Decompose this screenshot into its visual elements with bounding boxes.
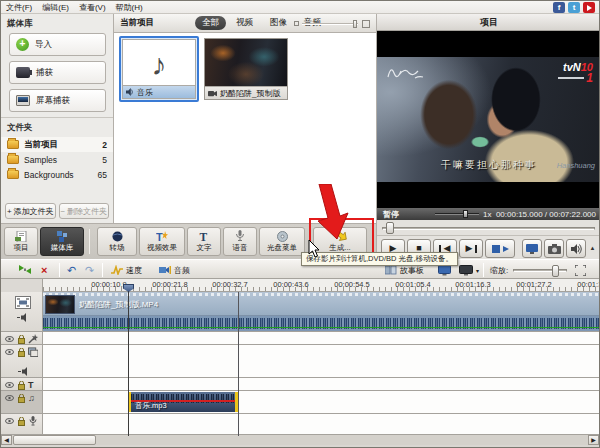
effects-track-area[interactable] [43, 332, 599, 344]
volume-button[interactable] [566, 239, 586, 258]
project-icon [5, 230, 37, 242]
eye-icon[interactable] [4, 347, 14, 357]
redo-button[interactable]: ↷ [85, 263, 94, 277]
speed-button[interactable]: 速度 [111, 263, 142, 277]
folder-name: 当前项目 [24, 139, 97, 151]
tab-video-effects[interactable]: T 视频效果 [139, 227, 185, 256]
volume-envelope-line[interactable] [43, 327, 599, 328]
text-track-header: T [1, 378, 43, 390]
voice-track-area[interactable] [43, 414, 599, 434]
lock-icon[interactable] [16, 334, 26, 344]
music-note-icon: ♪ [123, 48, 195, 82]
eye-icon[interactable] [4, 334, 14, 344]
track-video-overlay [1, 345, 599, 378]
scrollbar-thumb[interactable] [13, 435, 96, 445]
film-icon [15, 296, 31, 309]
undo-button[interactable]: ↶ [67, 263, 76, 277]
video-clip[interactable]: 奶酪陷阱_预制版.MP4 [43, 292, 599, 331]
preview-screen[interactable]: tvN10 1 干嘛要担心那种事 Hanshuang [377, 31, 600, 208]
facebook-icon[interactable]: f [553, 2, 565, 13]
produce-tooltip: 保存影片到计算机,DVD/BD 光盘,移动设备。 [301, 252, 458, 266]
screen-capture-button[interactable]: 屏幕捕获 [9, 89, 106, 112]
speed-slider-handle[interactable] [463, 210, 468, 218]
transitions-icon [98, 230, 136, 242]
split-button[interactable] [485, 239, 515, 258]
effects-track-header [1, 332, 43, 344]
lock-icon[interactable] [16, 380, 26, 390]
tab-all[interactable]: 全部 [195, 16, 226, 30]
scroll-right-button[interactable]: ▶ [588, 435, 599, 445]
menu-help[interactable]: 帮助(H) [116, 2, 143, 13]
tab-label: 生成... [329, 243, 350, 252]
thumbnail-size-slider[interactable] [294, 20, 370, 28]
timeline-ruler[interactable]: 00:00:10.9 00:00:21.8 00:00:32.7 00:00:4… [1, 279, 599, 292]
minus-icon: − [60, 207, 65, 216]
youtube-icon[interactable] [583, 2, 595, 13]
eye-icon[interactable] [4, 416, 14, 426]
playback-status-bar: 暂停 1x 00:00:15.000 / 00:07:22.000 [377, 208, 600, 220]
drama-logo [385, 63, 427, 83]
menu-file[interactable]: 文件(F) [6, 2, 32, 13]
eye-icon[interactable] [4, 380, 14, 390]
plus-icon: + [7, 207, 12, 216]
lock-icon[interactable] [16, 347, 26, 357]
zoom-slider-handle[interactable] [552, 265, 559, 277]
fullscreen-button[interactable] [522, 239, 542, 258]
effect-wand-icon [28, 334, 38, 344]
scroll-left-button[interactable]: ◀ [1, 435, 12, 445]
seek-track[interactable] [382, 227, 595, 230]
tab-voice[interactable]: 语音 [223, 227, 257, 256]
speaker-icon [571, 244, 582, 254]
media-item-video[interactable]: 奶酪陷阱_预制版 [204, 38, 288, 100]
text-track-area[interactable] [43, 378, 599, 390]
monitor-select-button[interactable]: ▾ [459, 263, 479, 277]
ruler-tick: 00:00:54.5 [334, 280, 369, 289]
overlay-track-area[interactable] [43, 345, 599, 377]
timeline-zoom-slider[interactable] [513, 269, 567, 272]
music-clip[interactable]: 音乐.mp3 [128, 392, 238, 412]
twitter-icon[interactable]: t [568, 2, 580, 13]
delete-button[interactable]: × [41, 263, 47, 277]
size-slider-handle[interactable] [353, 20, 357, 28]
folder-current-project[interactable]: 当前项目 2 [1, 137, 113, 152]
folder-backgrounds[interactable]: Backgrounds 65 [1, 167, 113, 182]
merge-scenes-button[interactable] [19, 263, 31, 277]
audio-label: 音频 [174, 265, 190, 276]
timeline-horizontal-scrollbar[interactable]: ◀ ▶ [1, 434, 599, 445]
seek-handle[interactable] [386, 222, 394, 234]
more-options-button[interactable]: ▲ [588, 239, 597, 258]
lock-icon[interactable] [16, 416, 26, 426]
import-button[interactable]: + 导入 [9, 33, 106, 56]
preview-title: 项目 [377, 14, 600, 31]
folder-count: 5 [102, 155, 107, 165]
tab-image[interactable]: 图像 [263, 16, 294, 30]
audio-button[interactable]: 音频 [159, 263, 190, 277]
tab-disc-menu[interactable]: 光盘菜单 [259, 227, 305, 256]
tab-transitions[interactable]: 转场 [97, 227, 137, 256]
add-folder-button[interactable]: + 添加文件夹 [5, 203, 56, 219]
menu-view[interactable]: 查看(V) [79, 2, 106, 13]
fit-timeline-button[interactable] [575, 263, 586, 277]
speaker-icon [18, 367, 30, 376]
snapshot-button[interactable] [544, 239, 564, 258]
tab-label: 光盘菜单 [267, 243, 297, 252]
tab-text[interactable]: T 文字 [187, 227, 221, 256]
media-item-music[interactable]: ♪ 音乐 [119, 36, 199, 102]
speed-slider[interactable] [435, 213, 479, 215]
music-track-area[interactable]: 音乐.mp3 [43, 391, 599, 413]
lock-icon[interactable] [16, 393, 26, 403]
folder-icon [7, 170, 19, 179]
tab-project[interactable]: 项目 [4, 227, 38, 256]
microphone-icon [28, 416, 38, 426]
import-plus-icon: + [16, 38, 29, 51]
capture-button[interactable]: 捕获 [9, 61, 106, 84]
tab-video[interactable]: 视频 [229, 16, 260, 30]
watermark-text: Hanshuang [557, 161, 595, 170]
menu-edit[interactable]: 编辑(E) [42, 2, 69, 13]
remove-folder-button[interactable]: − 删除文件夹 [59, 203, 110, 219]
tab-media-library[interactable]: 媒体库 [40, 227, 84, 256]
next-scene-button[interactable]: ▶ [459, 239, 483, 258]
folder-samples[interactable]: Samples 5 [1, 152, 113, 167]
eye-icon[interactable] [4, 393, 14, 403]
trim-handle-right[interactable] [235, 392, 238, 412]
